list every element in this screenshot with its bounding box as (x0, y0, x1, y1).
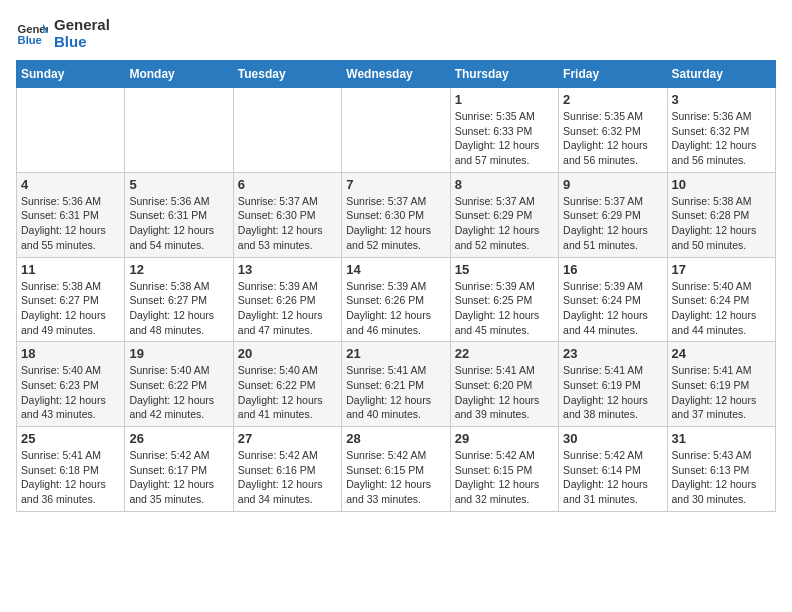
weekday-header-saturday: Saturday (667, 61, 775, 88)
day-number: 14 (346, 262, 445, 277)
day-detail: Sunrise: 5:37 AM Sunset: 6:29 PM Dayligh… (563, 194, 662, 253)
calendar-cell: 31Sunrise: 5:43 AM Sunset: 6:13 PM Dayli… (667, 427, 775, 512)
weekday-header-sunday: Sunday (17, 61, 125, 88)
day-number: 30 (563, 431, 662, 446)
calendar-cell: 17Sunrise: 5:40 AM Sunset: 6:24 PM Dayli… (667, 257, 775, 342)
calendar-cell: 8Sunrise: 5:37 AM Sunset: 6:29 PM Daylig… (450, 172, 558, 257)
logo-general: General (54, 16, 110, 33)
day-number: 21 (346, 346, 445, 361)
day-number: 6 (238, 177, 337, 192)
calendar-cell: 27Sunrise: 5:42 AM Sunset: 6:16 PM Dayli… (233, 427, 341, 512)
day-number: 10 (672, 177, 771, 192)
calendar-cell: 14Sunrise: 5:39 AM Sunset: 6:26 PM Dayli… (342, 257, 450, 342)
calendar-cell: 21Sunrise: 5:41 AM Sunset: 6:21 PM Dayli… (342, 342, 450, 427)
day-detail: Sunrise: 5:36 AM Sunset: 6:31 PM Dayligh… (21, 194, 120, 253)
day-detail: Sunrise: 5:38 AM Sunset: 6:27 PM Dayligh… (129, 279, 228, 338)
day-number: 4 (21, 177, 120, 192)
weekday-header-monday: Monday (125, 61, 233, 88)
day-number: 13 (238, 262, 337, 277)
day-detail: Sunrise: 5:41 AM Sunset: 6:19 PM Dayligh… (563, 363, 662, 422)
calendar-cell: 3Sunrise: 5:36 AM Sunset: 6:32 PM Daylig… (667, 88, 775, 173)
day-detail: Sunrise: 5:37 AM Sunset: 6:30 PM Dayligh… (238, 194, 337, 253)
calendar-cell: 29Sunrise: 5:42 AM Sunset: 6:15 PM Dayli… (450, 427, 558, 512)
calendar-cell: 19Sunrise: 5:40 AM Sunset: 6:22 PM Dayli… (125, 342, 233, 427)
calendar-cell: 25Sunrise: 5:41 AM Sunset: 6:18 PM Dayli… (17, 427, 125, 512)
day-detail: Sunrise: 5:41 AM Sunset: 6:18 PM Dayligh… (21, 448, 120, 507)
logo-icon: General Blue (16, 17, 48, 49)
day-number: 22 (455, 346, 554, 361)
calendar-cell: 5Sunrise: 5:36 AM Sunset: 6:31 PM Daylig… (125, 172, 233, 257)
day-number: 17 (672, 262, 771, 277)
day-number: 25 (21, 431, 120, 446)
day-detail: Sunrise: 5:40 AM Sunset: 6:23 PM Dayligh… (21, 363, 120, 422)
calendar-cell (342, 88, 450, 173)
day-detail: Sunrise: 5:37 AM Sunset: 6:30 PM Dayligh… (346, 194, 445, 253)
day-number: 3 (672, 92, 771, 107)
day-detail: Sunrise: 5:40 AM Sunset: 6:22 PM Dayligh… (129, 363, 228, 422)
calendar-cell: 2Sunrise: 5:35 AM Sunset: 6:32 PM Daylig… (559, 88, 667, 173)
calendar-cell: 23Sunrise: 5:41 AM Sunset: 6:19 PM Dayli… (559, 342, 667, 427)
day-detail: Sunrise: 5:42 AM Sunset: 6:16 PM Dayligh… (238, 448, 337, 507)
weekday-header-wednesday: Wednesday (342, 61, 450, 88)
calendar-cell: 16Sunrise: 5:39 AM Sunset: 6:24 PM Dayli… (559, 257, 667, 342)
calendar-cell: 26Sunrise: 5:42 AM Sunset: 6:17 PM Dayli… (125, 427, 233, 512)
calendar-cell: 12Sunrise: 5:38 AM Sunset: 6:27 PM Dayli… (125, 257, 233, 342)
day-detail: Sunrise: 5:42 AM Sunset: 6:14 PM Dayligh… (563, 448, 662, 507)
calendar-cell: 13Sunrise: 5:39 AM Sunset: 6:26 PM Dayli… (233, 257, 341, 342)
day-number: 24 (672, 346, 771, 361)
day-number: 5 (129, 177, 228, 192)
day-detail: Sunrise: 5:42 AM Sunset: 6:15 PM Dayligh… (346, 448, 445, 507)
day-number: 16 (563, 262, 662, 277)
day-detail: Sunrise: 5:39 AM Sunset: 6:26 PM Dayligh… (238, 279, 337, 338)
day-detail: Sunrise: 5:39 AM Sunset: 6:24 PM Dayligh… (563, 279, 662, 338)
calendar-cell: 28Sunrise: 5:42 AM Sunset: 6:15 PM Dayli… (342, 427, 450, 512)
day-detail: Sunrise: 5:40 AM Sunset: 6:24 PM Dayligh… (672, 279, 771, 338)
day-detail: Sunrise: 5:39 AM Sunset: 6:25 PM Dayligh… (455, 279, 554, 338)
day-number: 27 (238, 431, 337, 446)
calendar-cell: 4Sunrise: 5:36 AM Sunset: 6:31 PM Daylig… (17, 172, 125, 257)
day-number: 2 (563, 92, 662, 107)
calendar-cell: 24Sunrise: 5:41 AM Sunset: 6:19 PM Dayli… (667, 342, 775, 427)
day-detail: Sunrise: 5:36 AM Sunset: 6:32 PM Dayligh… (672, 109, 771, 168)
calendar-cell (17, 88, 125, 173)
day-detail: Sunrise: 5:38 AM Sunset: 6:28 PM Dayligh… (672, 194, 771, 253)
calendar-cell (125, 88, 233, 173)
svg-text:Blue: Blue (18, 34, 42, 46)
calendar-cell: 18Sunrise: 5:40 AM Sunset: 6:23 PM Dayli… (17, 342, 125, 427)
calendar-cell: 11Sunrise: 5:38 AM Sunset: 6:27 PM Dayli… (17, 257, 125, 342)
calendar-cell: 20Sunrise: 5:40 AM Sunset: 6:22 PM Dayli… (233, 342, 341, 427)
day-number: 18 (21, 346, 120, 361)
calendar-cell: 30Sunrise: 5:42 AM Sunset: 6:14 PM Dayli… (559, 427, 667, 512)
day-number: 20 (238, 346, 337, 361)
logo-blue: Blue (54, 33, 110, 50)
day-number: 12 (129, 262, 228, 277)
day-number: 7 (346, 177, 445, 192)
calendar-cell: 10Sunrise: 5:38 AM Sunset: 6:28 PM Dayli… (667, 172, 775, 257)
day-number: 26 (129, 431, 228, 446)
day-number: 11 (21, 262, 120, 277)
day-detail: Sunrise: 5:35 AM Sunset: 6:33 PM Dayligh… (455, 109, 554, 168)
day-detail: Sunrise: 5:39 AM Sunset: 6:26 PM Dayligh… (346, 279, 445, 338)
calendar-table: SundayMondayTuesdayWednesdayThursdayFrid… (16, 60, 776, 512)
day-detail: Sunrise: 5:41 AM Sunset: 6:19 PM Dayligh… (672, 363, 771, 422)
day-number: 28 (346, 431, 445, 446)
logo: General Blue General Blue (16, 16, 110, 50)
day-number: 29 (455, 431, 554, 446)
weekday-header-tuesday: Tuesday (233, 61, 341, 88)
day-detail: Sunrise: 5:40 AM Sunset: 6:22 PM Dayligh… (238, 363, 337, 422)
day-number: 19 (129, 346, 228, 361)
calendar-cell (233, 88, 341, 173)
day-detail: Sunrise: 5:42 AM Sunset: 6:17 PM Dayligh… (129, 448, 228, 507)
day-detail: Sunrise: 5:38 AM Sunset: 6:27 PM Dayligh… (21, 279, 120, 338)
weekday-header-friday: Friday (559, 61, 667, 88)
day-detail: Sunrise: 5:36 AM Sunset: 6:31 PM Dayligh… (129, 194, 228, 253)
weekday-header-thursday: Thursday (450, 61, 558, 88)
day-number: 8 (455, 177, 554, 192)
day-number: 23 (563, 346, 662, 361)
calendar-cell: 22Sunrise: 5:41 AM Sunset: 6:20 PM Dayli… (450, 342, 558, 427)
day-detail: Sunrise: 5:35 AM Sunset: 6:32 PM Dayligh… (563, 109, 662, 168)
page-header: General Blue General Blue (16, 16, 776, 50)
calendar-cell: 9Sunrise: 5:37 AM Sunset: 6:29 PM Daylig… (559, 172, 667, 257)
calendar-cell: 6Sunrise: 5:37 AM Sunset: 6:30 PM Daylig… (233, 172, 341, 257)
day-number: 15 (455, 262, 554, 277)
